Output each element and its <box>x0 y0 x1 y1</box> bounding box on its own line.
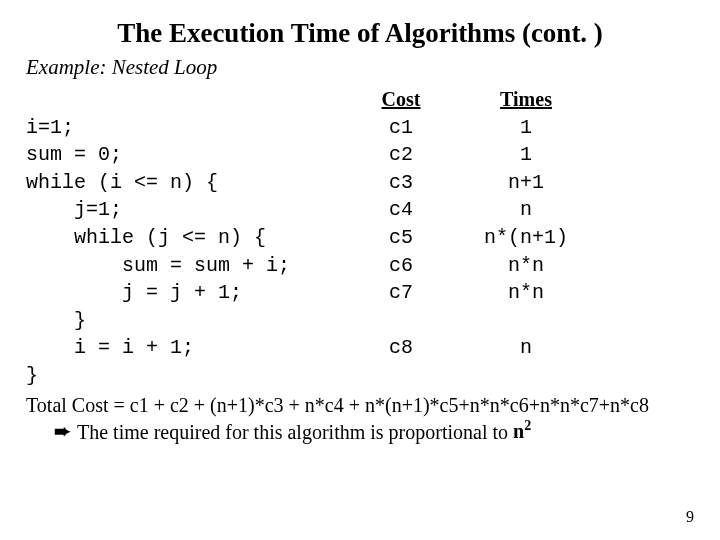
code-line: } <box>26 362 346 390</box>
code-line: sum = 0; <box>26 141 346 169</box>
cost-cell: c7 <box>346 279 456 307</box>
cost-cell: c1 <box>346 114 456 142</box>
times-cell <box>456 362 596 390</box>
code-line: j = j + 1; <box>26 279 346 307</box>
slide-subtitle: Example: Nested Loop <box>26 55 694 80</box>
code-line: i = i + 1; <box>26 334 346 362</box>
cost-cell: c2 <box>346 141 456 169</box>
cost-cell: c4 <box>346 196 456 224</box>
total-cost-line: Total Cost = c1 + c2 + (n+1)*c3 + n*c4 +… <box>26 394 694 417</box>
times-cell: n <box>456 196 596 224</box>
code-line: } <box>26 307 346 335</box>
code-line: i=1; <box>26 114 346 142</box>
slide-title: The Execution Time of Algorithms (cont. … <box>26 18 694 49</box>
times-cell: n+1 <box>456 169 596 197</box>
code-line: while (j <= n) { <box>26 224 346 252</box>
page-number: 9 <box>686 508 694 526</box>
cost-cell: c5 <box>346 224 456 252</box>
times-cell: 1 <box>456 141 596 169</box>
code-line: while (i <= n) { <box>26 169 346 197</box>
conclusion-exp: 2 <box>524 419 531 434</box>
header-cost: Cost <box>346 86 456 114</box>
code-line: j=1; <box>26 196 346 224</box>
cost-cell <box>346 307 456 335</box>
times-cell: n*n <box>456 252 596 280</box>
conclusion-line: ➨The time required for this algorithm is… <box>26 419 694 444</box>
times-cell: n*n <box>456 279 596 307</box>
cost-cell: c8 <box>346 334 456 362</box>
cost-cell: c3 <box>346 169 456 197</box>
conclusion-n: n <box>513 420 524 442</box>
cost-cell: c6 <box>346 252 456 280</box>
total-expression: c1 + c2 + (n+1)*c3 + n*c4 + n*(n+1)*c5+n… <box>130 394 649 416</box>
cost-cell <box>346 362 456 390</box>
times-cell: 1 <box>456 114 596 142</box>
total-prefix: Total Cost = <box>26 394 130 416</box>
cost-times-table: Cost Times i=1; c1 1 sum = 0; c2 1 while… <box>26 86 694 390</box>
times-cell: n*(n+1) <box>456 224 596 252</box>
header-times: Times <box>456 86 596 114</box>
code-line: sum = sum + i; <box>26 252 346 280</box>
times-cell <box>456 307 596 335</box>
arrow-icon: ➨ <box>54 420 71 442</box>
conclusion-text: The time required for this algorithm is … <box>77 420 513 442</box>
times-cell: n <box>456 334 596 362</box>
